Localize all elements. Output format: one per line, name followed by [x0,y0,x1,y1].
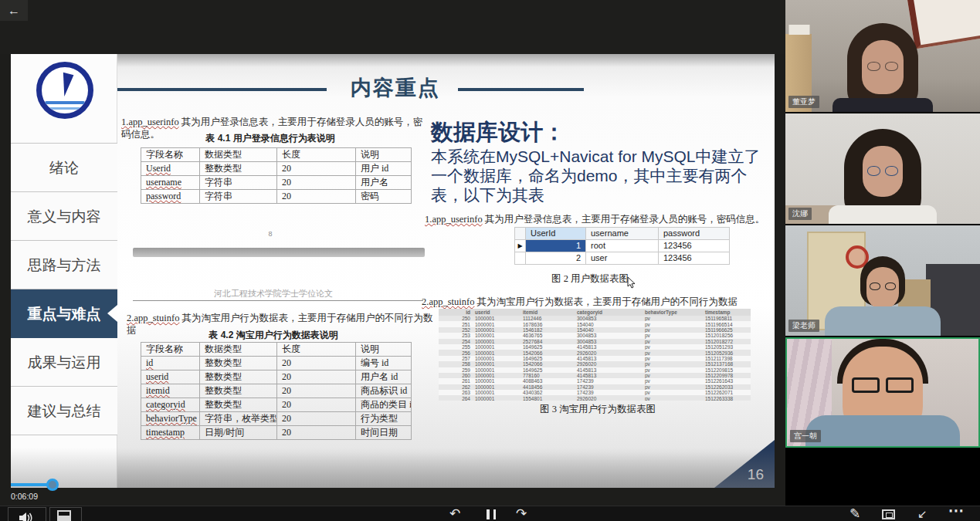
table-cell: 2926020 [575,361,643,367]
table-cell: itemid [141,384,200,398]
table-header-cell: id [439,309,473,316]
table-cell: 261 [439,378,473,384]
table-cell: 4145813 [575,367,643,373]
table-header-cell: 字段名称 [141,148,200,162]
field-term: 1.app_userinfo [121,117,179,127]
table-cell: 20 [277,370,356,384]
table-cell: 20 [277,357,356,370]
table-caption: 表 4.2 淘宝用户行为数据表说明 [119,329,428,342]
table-cell: 1000001 [473,384,521,390]
table-cell: 1512209978 [703,373,751,378]
table-cell: 154040 [575,327,643,333]
table-cell: pv [643,395,703,401]
table-cell: 255 [439,344,473,350]
table-cell: 1000001 [473,339,521,344]
table-row: 253100000146367653004853pv1512018256 [439,333,751,338]
behavior-db-table-screenshot: iduseriditemidcategoryidbehaviorTypetime… [439,309,751,401]
table-cell: pv [643,378,703,384]
participant-video-2[interactable]: 沈娜 [785,113,980,224]
participant-video-1[interactable]: 董亚梦 [785,0,980,112]
participant-video-3[interactable]: 梁老师 [785,225,980,336]
table-cell: 1511966625 [703,327,751,333]
back-button[interactable]: ← [0,0,28,21]
table-cell: password [141,190,200,204]
participant-name-label: 宫一朝 [790,430,821,442]
sidebar-item: 成果与运用 [11,338,117,387]
table-cell: pv [643,327,703,333]
thesis-watermark: 河北工程技术学院学士学位论文 [119,288,428,299]
monitor-icon[interactable] [882,509,895,519]
meeting-window: ← 绪论意义与内容思路与方法重点与难点成果与运用建议与总结 内容重点 1.app… [0,0,980,521]
table-cell: 123456 [659,252,730,265]
table-cell: id [141,357,200,370]
table-cell: 20 [277,162,356,176]
divider-line [133,300,423,301]
table-cell: pv [643,350,703,355]
table-cell: pv [643,390,703,395]
table-header-cell: itemid [521,309,575,316]
glasses-decor [867,62,898,71]
redo-icon[interactable]: ↷ [516,507,527,520]
table-row: 259100000116496254145813pv1512209815 [439,367,751,373]
participant-name-label: 梁老师 [788,320,819,332]
university-logo-icon [36,62,93,119]
table-cell: 整数类型 [200,398,277,412]
table-cell: 1512137168 [703,361,751,367]
pause-button[interactable] [487,509,496,519]
table-cell: 时间日期 [356,426,412,440]
table-row: 264100000115548012926020pv1512263338 [439,395,751,401]
table-cell: 20 [277,398,356,412]
table-cell: 1511966514 [703,321,751,326]
table-cell: 256 [439,350,473,355]
slide-corner-triangle [714,440,775,488]
sidebar-item: 意义与内容 [11,192,117,241]
title-rule-right [458,88,584,91]
playback-slider-handle[interactable] [46,479,59,491]
table-row: password字符串20密码 [141,190,412,204]
table-cell: 1000001 [473,361,521,367]
table-cell: 250 [439,316,473,321]
table-cell: 4088463 [521,378,575,384]
table-cell: pv [643,344,703,350]
user-db-table-screenshot: UserIdusernamepassword▶1root1234562user1… [514,227,730,265]
table-header-cell: behaviorType [643,309,703,316]
table-cell: 4636765 [521,333,575,338]
table-cell: 1000001 [473,356,521,361]
table-cell: 20 [277,176,356,190]
table-cell: 1000001 [473,316,521,321]
table-cell: 174239 [575,384,643,390]
table-row: id整数类型20编号 id [141,357,412,370]
table-cell: 1512262033 [703,384,751,390]
more-options-icon[interactable]: ⋯ [948,504,964,517]
table-cell: 4340362 [521,390,575,395]
minimize-arrow-icon[interactable]: ↙ [917,507,927,520]
annotate-pencil-icon[interactable]: ✎ [849,507,860,520]
undo-icon[interactable]: ↶ [449,507,460,520]
table-cell: 3004853 [575,333,643,338]
table-cell: 3004853 [575,316,643,321]
table-cell: 254 [439,339,473,344]
table-cell: 20 [277,384,356,398]
table-cell: 20 [277,412,356,426]
table-cell: 1542066 [521,350,575,355]
glasses-decor [867,166,898,176]
table-cell: 1000001 [473,350,521,355]
table-cell: 1512018256 [703,333,751,338]
table-cell: 1000001 [473,390,521,395]
table-cell: 252 [439,327,473,333]
table-row: timestamp日期/时间20时间日期 [141,426,412,440]
table-cell: 行为类型 [356,412,412,426]
table-cell: 253 [439,333,473,338]
table-row: 250100000111124463004853pv1511965811 [439,316,751,321]
participant-person [785,113,980,224]
volume-button[interactable] [8,507,46,521]
sidebar-item: 思路与方法 [11,241,117,289]
table-cell: 1546182 [521,327,575,333]
slide-sidebar: 绪论意义与内容思路与方法重点与难点成果与运用建议与总结 [11,54,117,488]
layout-icon[interactable] [57,510,71,521]
table-cell: 1512261643 [703,378,751,384]
participant-video-4-speaking[interactable]: 宫一朝 [785,337,980,448]
table-cell: 263 [439,390,473,395]
table-cell: 262 [439,384,473,390]
table-cell: 编号 id [356,357,412,370]
